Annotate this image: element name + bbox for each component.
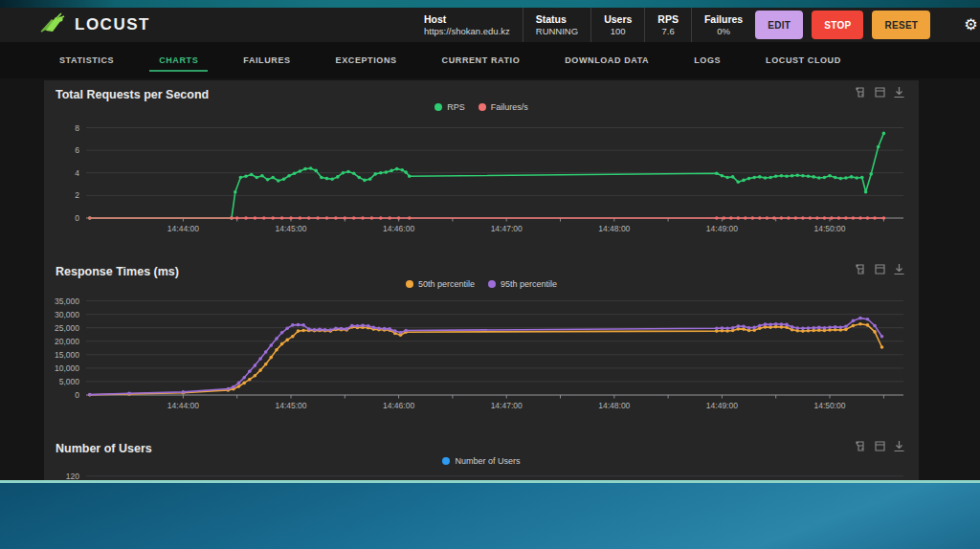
svg-text:10,000: 10,000 [55,363,79,373]
svg-text:14:46:00: 14:46:00 [383,401,414,410]
stat-label: Host [424,13,510,26]
zoom-reset-icon[interactable] [855,440,867,452]
legend-dot-icon [488,280,496,288]
svg-text:20,000: 20,000 [55,337,79,346]
stop-button[interactable]: STOP [812,11,863,39]
tab-charts[interactable]: CHARTS [149,50,208,72]
chart-title: Total Requests per Second [54,88,209,101]
legend-item[interactable]: RPS [434,102,465,112]
svg-text:0: 0 [75,390,79,400]
svg-text:14:49:00: 14:49:00 [706,401,738,410]
locust-logo[interactable]: LOCUST [38,11,412,38]
stat-label: Status [536,13,578,26]
tab-exceptions[interactable]: EXCEPTIONS [326,50,407,72]
svg-text:4: 4 [75,168,79,178]
stat-label: Failures [704,13,743,26]
video-letterbox-top-strip [0,0,980,8]
svg-text:14:49:00: 14:49:00 [706,224,738,233]
grasshopper-icon [38,11,67,38]
locust-web-ui: LOCUST Host https://shokan.edu.kz Status… [0,0,980,549]
chart-toolbox [855,440,905,452]
svg-text:14:44:00: 14:44:00 [167,401,199,410]
stat-status: Status RUNNING [523,8,590,42]
rps-chart-plot[interactable]: 0246814:44:0014:45:0014:46:0014:47:0014:… [54,113,909,239]
stat-value: RUNNING [536,26,578,37]
legend-dot-icon [406,280,413,288]
stat-failures: Failures 0% [691,8,755,42]
legend-dot-icon [442,457,450,465]
restore-icon[interactable] [874,440,886,452]
svg-text:14:48:00: 14:48:00 [598,401,630,410]
restore-icon[interactable] [874,86,886,99]
tab-download-data[interactable]: DOWNLOAD DATA [555,50,658,72]
svg-text:30,000: 30,000 [55,310,79,319]
stat-host: Host https://shokan.edu.kz [412,8,523,42]
stat-value: 100 [604,26,632,37]
tab-logs[interactable]: LOGS [684,50,730,72]
reset-button[interactable]: RESET [872,11,930,39]
svg-text:0: 0 [75,213,79,223]
chart-title: Number of Users [54,442,152,455]
legend-dot-icon [479,103,486,111]
svg-text:15,000: 15,000 [55,350,79,360]
chart-legend: 50th percentile95th percentile [54,278,909,290]
tab-statistics[interactable]: STATISTICS [50,50,123,72]
legend-item[interactable]: 95th percentile [488,279,557,289]
logo-text: LOCUST [75,15,150,34]
legend-item[interactable]: Number of Users [442,456,520,466]
svg-text:14:47:00: 14:47:00 [491,224,523,233]
stats-bar: Host https://shokan.edu.kz Status RUNNIN… [412,8,755,42]
svg-text:14:45:00: 14:45:00 [275,224,306,233]
svg-text:14:50:00: 14:50:00 [813,224,845,233]
stat-value: https://shokan.edu.kz [424,26,510,37]
download-icon[interactable] [893,263,905,275]
zoom-reset-icon[interactable] [855,263,867,275]
stat-value: 0% [704,26,743,37]
chart-toolbox [855,263,905,275]
chart-total-requests: Total Requests per Second RPSFailures/s … [44,80,919,239]
tab-locust-cloud[interactable]: LOCUST CLOUD [756,50,851,72]
chart-legend: Number of Users [54,455,909,467]
chart-title: Response Times (ms) [54,265,179,278]
action-buttons: EDIT STOP RESET ⚙ [755,11,977,39]
gear-icon[interactable]: ⚙ [964,17,977,33]
stat-value: 7.6 [657,26,679,37]
svg-text:14:48:00: 14:48:00 [598,224,630,233]
download-icon[interactable] [893,440,905,452]
stat-users: Users 100 [590,8,644,42]
chart-legend: RPSFailures/s [54,101,909,113]
restore-icon[interactable] [874,263,886,275]
svg-text:35,000: 35,000 [55,296,79,306]
edit-button[interactable]: EDIT [755,11,803,39]
legend-item[interactable]: Failures/s [479,102,528,112]
legend-dot-icon [434,103,442,111]
download-icon[interactable] [893,86,905,99]
svg-text:14:47:00: 14:47:00 [491,401,523,410]
zoom-reset-icon[interactable] [855,86,867,99]
chart-response-times: Response Times (ms) 50th percentile95th … [44,239,919,416]
tab-current-ratio[interactable]: CURRENT RATIO [433,50,530,72]
svg-text:14:45:00: 14:45:00 [275,401,306,410]
chart-toolbox [855,86,905,99]
svg-text:14:44:00: 14:44:00 [167,224,199,233]
top-bar: LOCUST Host https://shokan.edu.kz Status… [0,8,980,42]
stat-rps: RPS 7.6 [644,8,691,42]
nav-tabs: STATISTICS CHARTS FAILURES EXCEPTIONS CU… [0,42,980,78]
video-letterbox-bottom-band [0,483,980,549]
svg-text:14:46:00: 14:46:00 [383,224,414,233]
tab-failures[interactable]: FAILURES [234,50,300,72]
response-times-plot[interactable]: 05,00010,00015,00020,00025,00030,00035,0… [54,290,909,416]
svg-text:8: 8 [75,123,79,133]
svg-text:2: 2 [75,190,79,200]
svg-text:6: 6 [75,145,79,155]
svg-text:25,000: 25,000 [55,323,79,333]
svg-text:14:50:00: 14:50:00 [813,401,845,410]
stat-label: Users [604,13,632,26]
charts-panel: Total Requests per Second RPSFailures/s … [44,80,919,549]
svg-text:5,000: 5,000 [59,377,80,386]
legend-item[interactable]: 50th percentile [406,279,475,289]
stat-label: RPS [657,13,679,26]
